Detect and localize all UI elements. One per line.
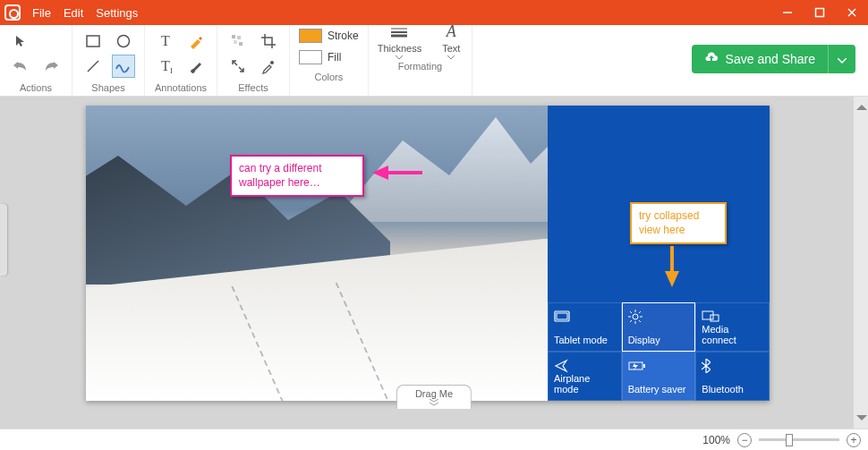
annotation-callout-orange[interactable]: try collapsed view here [630,202,727,244]
action-center-panel: Tablet modeDisplayMedia connectAirplane … [548,106,770,401]
zoom-in-button[interactable]: + [847,433,861,447]
svg-point-11 [270,61,274,64]
tile-label: Tablet mode [554,335,616,345]
svg-rect-9 [234,40,237,44]
ellipse-tool[interactable] [112,30,135,53]
stroke-color-swatch[interactable] [299,29,322,43]
arrow-pink-icon[interactable] [370,162,424,183]
rectangle-tool[interactable] [81,30,105,53]
svg-line-24 [639,311,641,313]
group-actions: Actions [0,25,72,96]
crop-tool[interactable] [257,30,280,53]
svg-rect-29 [643,364,645,368]
svg-rect-7 [232,35,235,38]
cloud-upload-icon [704,52,719,66]
text-format-dropdown[interactable]: A [439,23,463,41]
brush-tool[interactable] [184,55,208,78]
menu-file[interactable]: File [32,6,51,20]
menu-settings[interactable]: Settings [96,6,138,20]
svg-line-23 [639,320,641,322]
svg-rect-4 [87,36,99,47]
media-connect-icon [702,309,763,324]
svg-line-25 [630,320,632,322]
group-label: Actions [20,82,52,93]
menu-bar: File Edit Settings [25,6,138,20]
zoom-out-button[interactable]: − [737,433,752,447]
svg-rect-27 [711,315,719,321]
drag-label: Drag Me [415,388,453,399]
tile-label: Battery saver [628,384,690,395]
tile-label: Bluetooth [702,384,763,395]
bluetooth-icon [702,358,763,374]
tile-media-connect[interactable]: Media connect [695,302,770,352]
left-panel-handle[interactable] [0,204,7,276]
line-tool[interactable] [81,55,105,78]
svg-point-17 [633,314,638,319]
minimize-button[interactable] [771,0,804,25]
redo-button[interactable] [39,55,63,78]
tile-label: Airplane mode [554,373,616,395]
tile-airplane-mode[interactable]: Airplane mode [548,352,622,401]
window-controls [771,0,868,25]
save-share-button[interactable]: Save and Share [692,45,828,73]
tile-tablet-mode[interactable]: Tablet mode [548,302,622,352]
text-label: Text [442,43,460,54]
group-colors: Stroke Fill Colors [290,25,369,96]
close-button[interactable] [836,0,868,25]
chevron-down-icon [838,58,847,64]
eyedropper-tool[interactable] [257,55,280,78]
annotation-callout-pink[interactable]: can try a different wallpaper here… [230,155,364,197]
wallpaper-region [86,106,548,401]
drag-handle[interactable]: Drag Me [396,385,472,409]
fill-color-swatch[interactable] [299,50,322,64]
group-label: Annotations [155,82,207,93]
group-annotations: T TI Annotations [145,25,217,96]
text-tool[interactable]: T [154,30,177,53]
svg-line-6 [88,61,98,72]
zoom-slider[interactable] [759,438,839,441]
group-label: Colors [314,72,343,82]
tile-label: Media connect [702,324,763,345]
chevron-down-double-icon [428,399,440,406]
svg-point-5 [118,36,130,47]
group-shapes: Shapes [72,25,145,96]
quick-action-tiles: Tablet modeDisplayMedia connectAirplane … [548,302,770,401]
thickness-label: Thickness [378,43,422,54]
canvas-stage: Tablet modeDisplayMedia connectAirplane … [0,97,868,429]
resize-tool[interactable] [226,55,250,78]
tile-battery-saver[interactable]: Battery saver [622,352,696,401]
tile-bluetooth[interactable]: Bluetooth [695,352,770,401]
group-label: Shapes [91,82,124,93]
fill-label: Fill [328,51,341,64]
chevron-down-icon [396,55,403,60]
tile-display[interactable]: Display [622,302,696,352]
highlighter-tool[interactable] [184,30,208,53]
stroke-label: Stroke [328,30,359,42]
svg-line-22 [630,311,632,313]
titlebar: File Edit Settings [0,0,868,25]
svg-rect-8 [237,36,241,39]
freehand-tool[interactable] [112,55,135,78]
thickness-dropdown[interactable] [387,23,411,41]
brightness-icon [628,309,690,325]
undo-button[interactable] [9,55,32,78]
pointer-tool[interactable] [9,30,32,53]
save-share-dropdown[interactable] [828,45,855,73]
save-share-label: Save and Share [726,52,815,66]
arrow-orange-icon[interactable] [661,246,683,289]
app-logo [0,0,25,25]
chevron-down-icon [447,55,455,60]
vertical-scrollbar[interactable] [854,97,868,429]
save-share-wrap: Save and Share [692,45,855,73]
menu-edit[interactable]: Edit [64,6,83,20]
zoom-value: 100% [702,434,730,446]
pixelate-tool[interactable] [226,30,250,53]
tile-label: Display [628,335,690,345]
battery-saver-icon [628,358,690,374]
group-effects: Effects [217,25,290,96]
callout-text-tool[interactable]: TI [154,55,177,78]
group-formatting: Thickness A Text Formating [369,25,473,96]
svg-rect-10 [239,42,243,46]
maximize-button[interactable] [804,0,836,25]
airplane-icon [554,358,616,373]
